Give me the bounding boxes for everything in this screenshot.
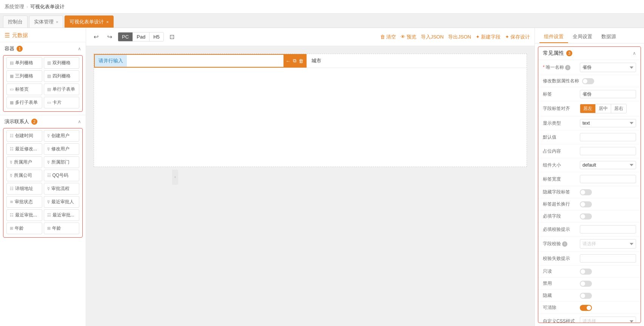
- move-left-btn[interactable]: ←: [286, 58, 291, 64]
- tab-component-settings[interactable]: 组件设置: [539, 31, 568, 43]
- last-modify-icon: ☷: [10, 147, 14, 151]
- save-icon: ✦: [505, 34, 509, 40]
- default-value-input[interactable]: [580, 133, 636, 141]
- redo-button[interactable]: ↪: [104, 32, 115, 42]
- preview-icon-btn[interactable]: ⊡: [167, 32, 177, 42]
- field-validate-select[interactable]: 请选择: [580, 239, 636, 249]
- prop-placeholder: 占位内容: [538, 144, 641, 158]
- hide-label-value: [580, 189, 636, 195]
- disabled-value: [580, 281, 636, 287]
- tab-data-source[interactable]: 数据源: [597, 31, 621, 43]
- modify-attr-toggle[interactable]: [582, 78, 594, 84]
- component-size-value: default: [580, 161, 636, 169]
- field-validate-label: 字段校验 i: [543, 241, 577, 247]
- label-wrap-label: 标签超长换行: [543, 201, 577, 207]
- device-h5[interactable]: H5: [149, 32, 163, 41]
- container-single-sub[interactable]: ▤ 单行子表单: [44, 83, 80, 95]
- display-type-select[interactable]: text: [580, 119, 636, 127]
- owner-user-label: 所属用户: [14, 159, 32, 165]
- clear-action[interactable]: 🗑 清空: [380, 34, 396, 40]
- tab-global-settings[interactable]: 全局设置: [568, 31, 597, 43]
- field-owner-dept[interactable]: ☿ 所属部门: [44, 156, 80, 168]
- label-width-input[interactable]: [580, 175, 636, 183]
- container-double-col[interactable]: ▥ 双列栅格: [44, 57, 80, 69]
- undo-button[interactable]: ↩: [91, 32, 101, 42]
- export-json-action[interactable]: 导出JSON: [448, 34, 471, 40]
- readonly-toggle[interactable]: [580, 269, 592, 275]
- component-size-select[interactable]: default: [580, 161, 636, 169]
- container-triple-col[interactable]: ▦ 三列栅格: [6, 70, 42, 82]
- align-center-btn[interactable]: 居中: [596, 104, 611, 113]
- container-tab-page[interactable]: ▭ 标签页: [6, 83, 42, 95]
- tab-console[interactable]: 控制台: [3, 15, 28, 28]
- age2-label: 年龄: [52, 225, 61, 232]
- tab-entity[interactable]: 实体管理 ×: [29, 15, 63, 28]
- copy-btn[interactable]: ⧉: [293, 58, 296, 64]
- field-approve-flow[interactable]: ☿ 审批流程: [44, 183, 80, 195]
- container-four-col[interactable]: ▧ 四列栅格: [44, 70, 80, 82]
- clear-icon: 🗑: [380, 34, 385, 40]
- field-last-approve1[interactable]: ☷ 最近审批...: [6, 209, 42, 221]
- label-input[interactable]: [580, 90, 636, 98]
- address-label: 详细地址: [15, 185, 33, 192]
- required-tip-input[interactable]: [580, 225, 636, 233]
- field-province-cell[interactable]: 请并行输入 ← ⧉ 🗑: [94, 54, 307, 68]
- align-left-btn[interactable]: 居左: [580, 104, 596, 113]
- multi-sub-icon: ▦: [10, 100, 14, 105]
- properties-badge: 3: [566, 50, 572, 56]
- device-pad[interactable]: Pad: [132, 32, 149, 41]
- modify-user-label: 修改用户: [51, 146, 69, 152]
- field-modify-user[interactable]: ☿ 修改用户: [44, 143, 80, 155]
- field-qq[interactable]: ☷ QQ号码: [44, 170, 80, 181]
- field-create-user[interactable]: ☿ 创建用户: [44, 130, 80, 142]
- container-multi-sub[interactable]: ▦ 多行子表单: [6, 97, 42, 108]
- properties-collapse[interactable]: ∧: [633, 51, 636, 56]
- field-address[interactable]: ☷ 详细地址: [6, 183, 42, 195]
- clearable-toggle[interactable]: [580, 305, 592, 311]
- unique-name-select[interactable]: 省份: [580, 63, 636, 72]
- container-card[interactable]: ▭ 卡片: [44, 97, 80, 108]
- display-type-value: text: [580, 119, 636, 127]
- hidden-toggle[interactable]: [580, 293, 592, 299]
- field-create-time[interactable]: ☷ 创建时间: [6, 130, 42, 142]
- preview-action[interactable]: 👁 预览: [401, 34, 416, 40]
- required-toggle[interactable]: [580, 213, 592, 219]
- tab-form-design[interactable]: 可视化表单设计 ×: [65, 15, 113, 28]
- tab-entity-close[interactable]: ×: [56, 20, 58, 24]
- hide-label-toggle[interactable]: [580, 189, 592, 195]
- left-panel-collapse[interactable]: ‹: [172, 170, 178, 185]
- metadata-label: 元数据: [12, 32, 28, 39]
- field-owner-company[interactable]: ☿ 所属公司: [6, 170, 42, 181]
- save-action[interactable]: ✦ 保存设计: [505, 34, 530, 40]
- device-pc[interactable]: PC: [118, 32, 132, 41]
- new-field-action[interactable]: ✦ 新建字段: [476, 34, 501, 40]
- field-last-modify[interactable]: ☷ 最近修改...: [6, 143, 42, 155]
- disabled-toggle[interactable]: [580, 281, 592, 287]
- new-field-label: 新建字段: [481, 34, 501, 40]
- tab-form-design-close[interactable]: ×: [106, 20, 108, 24]
- field-age2[interactable]: ⊞ 年龄: [44, 222, 80, 234]
- single-col-icon: ▤: [10, 60, 14, 65]
- field-last-approve2[interactable]: ☷ 最近审批...: [44, 209, 80, 221]
- delete-btn[interactable]: 🗑: [299, 58, 304, 64]
- section1-collapse[interactable]: ∧: [78, 46, 81, 51]
- field-approve-status[interactable]: ≋ 审批状态: [6, 196, 42, 208]
- tab-page-icon: ▭: [10, 87, 14, 92]
- province-input[interactable]: 请并行输入: [95, 55, 127, 67]
- preview-icon: 👁: [401, 34, 405, 40]
- field-owner-user[interactable]: ☿ 所属用户: [6, 156, 42, 168]
- align-right-btn[interactable]: 居右: [611, 104, 626, 113]
- field-age1[interactable]: ⊞ 年龄: [6, 222, 42, 234]
- age1-icon: ⊞: [10, 226, 13, 231]
- prop-readonly: 只读: [538, 266, 641, 278]
- unique-name-label: 唯一名称 i: [543, 64, 577, 71]
- container-single-col[interactable]: ▤ 单列栅格: [6, 57, 42, 69]
- custom-css-select[interactable]: 请选择: [580, 317, 636, 323]
- prop-label-wrap: 标签超长换行: [538, 198, 641, 210]
- label-wrap-toggle[interactable]: [580, 201, 592, 207]
- placeholder-input[interactable]: [580, 147, 636, 155]
- field-last-approver[interactable]: ☿ 最近审批人: [44, 196, 80, 208]
- validate-fail-input[interactable]: [580, 254, 636, 263]
- section2-collapse[interactable]: ∧: [78, 119, 81, 124]
- import-json-action[interactable]: 导入JSON: [421, 34, 444, 40]
